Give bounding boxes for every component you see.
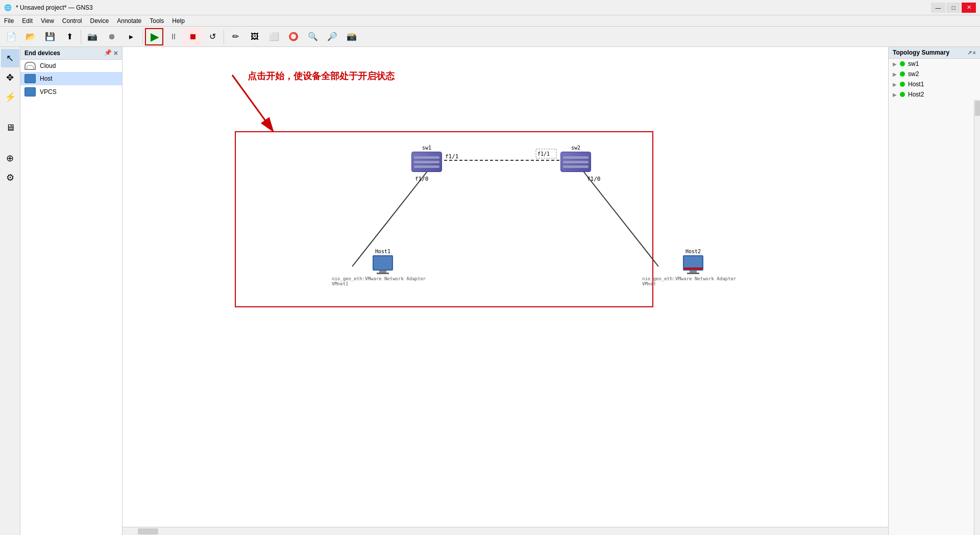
topology-canvas[interactable]: 点击开始，使设备全部处于开启状态 <box>122 47 888 527</box>
h-scrollbar-thumb[interactable] <box>138 528 158 534</box>
topology-close-btn[interactable]: × <box>973 50 976 56</box>
window-title: * Unsaved project* — GNS3 <box>16 4 93 11</box>
title-bar-left: 🌐 * Unsaved project* — GNS3 <box>4 4 93 11</box>
save-button[interactable]: 💾 <box>41 28 59 45</box>
topo-label-host1: Host1 <box>908 81 924 88</box>
topology-header: Topology Summary ↗ × <box>889 47 980 59</box>
maximize-button[interactable]: □ <box>946 3 961 13</box>
pointer-tool[interactable]: ↖ <box>1 49 19 67</box>
node-host2[interactable]: Host2 nio_gen_eth:VMware Network Adapter… <box>642 249 744 286</box>
topo-dot-host1 <box>900 82 905 87</box>
stop-button[interactable]: ⏹ <box>184 28 202 45</box>
play-button[interactable]: ▶ <box>145 28 163 45</box>
menu-device[interactable]: Device <box>86 16 113 26</box>
sep-arrow[interactable]: ▸ <box>122 28 140 45</box>
topo-label-host2: Host2 <box>908 91 924 98</box>
zoom-out-button[interactable]: 🔎 <box>323 28 341 45</box>
app-icon: 🌐 <box>4 4 12 11</box>
open-button[interactable]: 📂 <box>21 28 40 45</box>
device-cloud-label: Cloud <box>40 62 56 69</box>
topo-label-sw2: sw2 <box>908 70 919 78</box>
topology-float-btn[interactable]: ↗ <box>967 50 972 56</box>
topology-panel: Topology Summary ↗ × ▶ sw1 ▶ sw2 ▶ Host1… <box>888 47 980 535</box>
device-list: Cloud Host VPCS <box>20 60 122 99</box>
node-sw1[interactable]: sw1 <box>411 145 442 172</box>
move-tool[interactable]: ✥ <box>1 68 19 87</box>
menu-control[interactable]: Control <box>58 16 86 26</box>
menu-bar: File Edit View Control Device Annotate T… <box>0 15 980 27</box>
sep1 <box>81 30 81 44</box>
v-scrollbar-thumb[interactable] <box>975 101 980 116</box>
topo-item-host2[interactable]: ▶ Host2 <box>889 89 980 100</box>
new-button[interactable]: 📄 <box>2 28 20 45</box>
snapshot-button[interactable]: 📷 <box>83 28 102 45</box>
start-all-button[interactable]: ⏺ <box>103 28 121 45</box>
node-sw2[interactable]: sw2 <box>560 145 591 172</box>
topo-dot-host2 <box>900 92 905 97</box>
import-button[interactable]: ⬆ <box>60 28 79 45</box>
menu-view[interactable]: View <box>37 16 58 26</box>
monitor-icon[interactable]: 🖥 <box>1 118 19 137</box>
svg-line-1 <box>232 75 273 131</box>
device-panel: End devices 📌 × Cloud Host VPCS <box>20 47 122 535</box>
topo-item-sw2[interactable]: ▶ sw2 <box>889 69 980 79</box>
sep2 <box>142 30 143 44</box>
insert-image-button[interactable]: 🖼 <box>246 28 264 45</box>
capture-icon[interactable]: ⚙ <box>1 168 19 187</box>
main-layout: ↖ ✥ ⚡ 🖥 ⊕ ⚙ End devices 📌 × Cloud <box>0 47 980 535</box>
device-panel-pin[interactable]: 📌 <box>104 49 112 57</box>
reload-button[interactable]: ↺ <box>203 28 222 45</box>
menu-help[interactable]: Help <box>168 16 189 26</box>
canvas-scrollable: 点击开始，使设备全部处于开启状态 <box>122 47 888 527</box>
menu-annotate[interactable]: Annotate <box>113 16 145 26</box>
toolbar: 📄 📂 💾 ⬆ 📷 ⏺ ▸ ▶ ⏸ ⏹ ↺ ✏ 🖼 ⬜ ⭕ 🔍 🔎 📸 <box>0 27 980 47</box>
topo-item-host1[interactable]: ▶ Host1 <box>889 79 980 89</box>
menu-tools[interactable]: Tools <box>145 16 168 26</box>
h-scrollbar[interactable] <box>122 527 888 535</box>
node-host1[interactable]: Host1 nio_gen_eth:VMware Network Adapter… <box>332 249 434 286</box>
zoom-in-button[interactable]: 🔍 <box>304 28 322 45</box>
device-panel-header: End devices 📌 × <box>20 47 122 60</box>
topology-title: Topology Summary <box>893 49 949 56</box>
device-vpcs[interactable]: VPCS <box>20 85 122 99</box>
draw-rect-button[interactable]: ⬜ <box>265 28 283 45</box>
topo-dot-sw2 <box>900 71 905 77</box>
node-add-icon[interactable]: ⊕ <box>1 149 19 167</box>
device-host-label: Host <box>40 75 53 82</box>
connect-tool[interactable]: ⚡ <box>1 88 19 106</box>
sep3 <box>224 30 224 44</box>
device-cloud[interactable]: Cloud <box>20 60 122 72</box>
edit-note-button[interactable]: ✏ <box>226 28 244 45</box>
screenshot-button[interactable]: 📸 <box>342 28 361 45</box>
topology-header-btns: ↗ × <box>967 50 976 56</box>
topo-dot-sw1 <box>900 61 905 66</box>
menu-file[interactable]: File <box>0 16 18 26</box>
canvas-area[interactable]: 点击开始，使设备全部处于开启状态 <box>122 47 888 535</box>
title-bar: 🌐 * Unsaved project* — GNS3 — □ ✕ <box>0 0 980 15</box>
device-panel-close[interactable]: × <box>114 49 118 57</box>
title-bar-controls: — □ ✕ <box>931 3 976 13</box>
device-host[interactable]: Host <box>20 72 122 85</box>
draw-ellipse-button[interactable]: ⭕ <box>284 28 303 45</box>
device-panel-title: End devices <box>24 50 60 57</box>
annotation-text: 点击开始，使设备全部处于开启状态 <box>248 70 395 82</box>
left-sidebar: ↖ ✥ ⚡ 🖥 ⊕ ⚙ <box>0 47 20 535</box>
device-vpcs-label: VPCS <box>40 88 57 95</box>
close-button[interactable]: ✕ <box>962 3 976 13</box>
topo-item-sw1[interactable]: ▶ sw1 <box>889 59 980 69</box>
menu-edit[interactable]: Edit <box>18 16 37 26</box>
minimize-button[interactable]: — <box>931 3 945 13</box>
topo-label-sw1: sw1 <box>908 60 919 67</box>
pause-button[interactable]: ⏸ <box>164 28 183 45</box>
v-scrollbar[interactable] <box>974 100 980 535</box>
